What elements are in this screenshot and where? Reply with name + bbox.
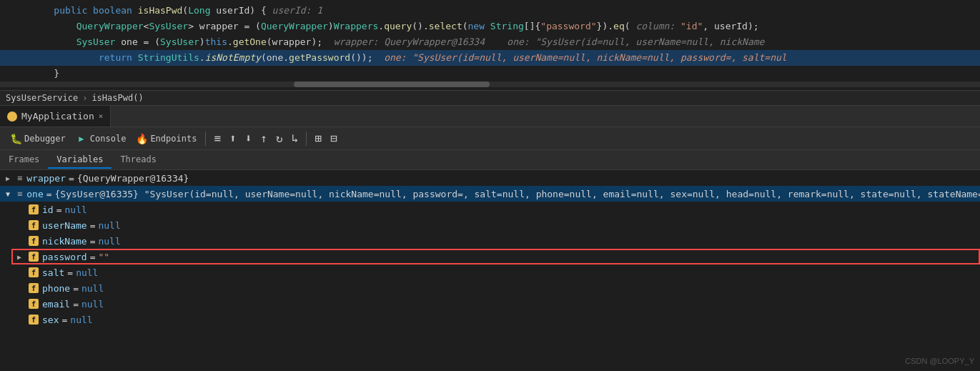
var-name-sex: sex (42, 315, 59, 325)
var-row-phone[interactable]: f phone = null (11, 280, 980, 296)
f-badge-id: f (29, 204, 39, 214)
debugger-button[interactable]: 🐛 Debugger (6, 131, 70, 147)
eq-icon-one: ≡ (17, 189, 22, 199)
tab-variables[interactable]: Variables (48, 152, 112, 169)
endpoints-label: Endpoints (150, 134, 197, 144)
toolbar-separator-2 (306, 132, 307, 146)
toolbar-btn-stepout[interactable]: ↑ (257, 130, 271, 147)
var-row-nickname[interactable]: f nickName = null (11, 233, 980, 249)
code-line-1: public boolean isHasPwd(Long userId) { u… (0, 3, 980, 19)
toolbar-separator-1 (205, 132, 206, 146)
f-badge-username: f (29, 220, 39, 230)
var-row-username[interactable]: f userName = null (11, 217, 980, 233)
toolbar-btn-runtocu[interactable]: ↻ (272, 130, 287, 147)
eq-icon-wrapper: ≡ (17, 173, 22, 183)
var-name-id: id (42, 204, 54, 215)
var-value-salt: null (76, 267, 98, 278)
var-row-password[interactable]: ▶ f password = "" (11, 249, 980, 264)
app-tab-icon (7, 112, 17, 122)
toolbar-btn-watches[interactable]: ⊞ (311, 130, 325, 147)
code-content-4: return StringUtils.isNotEmpty(one.getPas… (31, 51, 787, 65)
app-tab-close[interactable]: × (99, 112, 104, 121)
var-equals-one: = (46, 189, 52, 199)
code-hscroll[interactable] (0, 81, 980, 87)
var-value-email: null (81, 299, 104, 310)
var-row-email[interactable]: f email = null (11, 296, 980, 312)
var-name-one: one (26, 189, 43, 199)
expand-arrow-one[interactable]: ▼ (6, 190, 17, 198)
f-badge-salt: f (29, 267, 39, 277)
var-value-nickname: null (98, 236, 120, 247)
debugger-label: Debugger (24, 134, 66, 144)
console-button[interactable]: ▶ Console (71, 131, 131, 147)
f-badge-password: f (29, 252, 39, 262)
var-row-sex[interactable]: f sex = null (11, 312, 980, 327)
var-equals-username: = (90, 220, 96, 231)
variables-panel: ▶ ≡ wrapper = {QueryWrapper@16334} ▼ ≡ o… (0, 170, 980, 371)
main-content: public boolean isHasPwd(Long userId) { u… (0, 0, 980, 371)
code-area: public boolean isHasPwd(Long userId) { u… (0, 0, 980, 91)
endpoints-button[interactable]: 🔥 Endpoints (132, 131, 201, 147)
var-row-one[interactable]: ▼ ≡ one = {SysUser@16335} "SysUser(id=nu… (0, 186, 980, 202)
console-icon: ▶ (76, 133, 87, 144)
var-value-wrapper: {QueryWrapper@16334} (77, 173, 189, 184)
tab-bar: MyApplication × (0, 106, 980, 127)
hscroll-thumb[interactable] (294, 81, 490, 87)
expand-arrow-password[interactable]: ▶ (17, 253, 29, 261)
code-line-4: return StringUtils.isNotEmpty(one.getPas… (0, 50, 980, 66)
code-content-3: SysUser one = (SysUser)this.getOne(wrapp… (31, 35, 764, 49)
breadcrumb-sep: › (82, 93, 87, 103)
code-line-5: } (0, 66, 980, 81)
var-value-id: null (64, 204, 86, 215)
f-badge-nickname: f (29, 236, 39, 246)
var-row-id[interactable]: f id = null (11, 202, 980, 217)
var-row-salt[interactable]: f salt = null (11, 264, 980, 280)
var-value-one: {SysUser@16335} "SysUser(id=null, userNa… (55, 189, 980, 199)
console-label: Console (90, 134, 127, 144)
breadcrumb: SysUserService › isHasPwd() (0, 91, 980, 106)
toolbar-btn-eval[interactable]: ↳ (288, 130, 302, 147)
f-badge-sex: f (29, 315, 39, 325)
code-content-2: QueryWrapper<SysUser> wrapper = (QueryWr… (31, 19, 759, 34)
var-name-salt: salt (42, 267, 64, 278)
var-equals-password: = (90, 252, 96, 262)
toolbar-btn-layout[interactable]: ⊟ (327, 130, 341, 147)
f-badge-email: f (29, 299, 39, 309)
watermark: CSDN @LOOPY_Y (905, 357, 974, 365)
var-name-email: email (42, 299, 70, 310)
toolbar-btn-stepinto[interactable]: ⬇ (242, 130, 256, 147)
toolbar-btn-stepover[interactable]: ⬆ (226, 130, 240, 147)
var-value-sex: null (70, 315, 92, 325)
breadcrumb-service[interactable]: SysUserService (6, 93, 78, 103)
var-name-password: password (42, 252, 87, 262)
code-line-3: SysUser one = (SysUser)this.getOne(wrapp… (0, 34, 980, 50)
var-name-username: userName (42, 220, 87, 231)
app-tab-label: MyApplication (21, 111, 94, 122)
breadcrumb-method[interactable]: isHasPwd() (91, 93, 143, 103)
panel-tabs: Frames Variables Threads (0, 150, 980, 170)
var-name-phone: phone (42, 283, 70, 294)
tab-frames[interactable]: Frames (0, 152, 48, 169)
code-content-5: } (31, 66, 59, 81)
var-equals-id: = (56, 204, 62, 215)
expand-arrow-wrapper[interactable]: ▶ (6, 174, 17, 182)
f-badge-phone: f (29, 283, 39, 293)
var-equals-phone: = (73, 283, 79, 294)
var-value-password: "" (98, 252, 109, 262)
var-equals-sex: = (61, 315, 67, 325)
var-row-wrapper[interactable]: ▶ ≡ wrapper = {QueryWrapper@16334} (0, 170, 980, 186)
debugger-icon: 🐛 (10, 133, 21, 144)
var-name-wrapper: wrapper (26, 173, 66, 184)
code-line-2: QueryWrapper<SysUser> wrapper = (QueryWr… (0, 19, 980, 34)
var-equals-nickname: = (90, 236, 96, 247)
var-equals-wrapper: = (69, 173, 74, 184)
code-content-1: public boolean isHasPwd(Long userId) { u… (31, 4, 322, 18)
var-equals-salt: = (67, 267, 73, 278)
app-tab[interactable]: MyApplication × (0, 106, 111, 127)
line-number-4 (3, 51, 31, 65)
var-value-username: null (98, 220, 120, 231)
tab-threads[interactable]: Threads (112, 152, 165, 169)
var-value-phone: null (81, 283, 104, 294)
toolbar-btn-restore[interactable]: ≡ (210, 130, 224, 147)
toolbar: 🐛 Debugger ▶ Console 🔥 Endpoints ≡ ⬆ ⬇ ↑… (0, 127, 980, 150)
